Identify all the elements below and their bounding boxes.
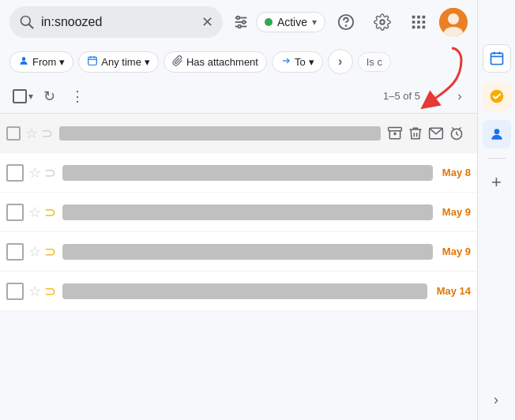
help-button[interactable]: [330, 6, 362, 38]
sidebar-tasks-icon[interactable]: [483, 82, 511, 111]
to-chip-label: To: [295, 56, 306, 68]
filter-to[interactable]: To ▾: [272, 51, 323, 73]
svg-rect-22: [412, 26, 415, 29]
row-checkbox[interactable]: [6, 204, 24, 221]
row-content: [62, 165, 433, 181]
email-row[interactable]: ☆ ⊃ May 8: [0, 153, 477, 193]
status-label: Active: [277, 16, 307, 28]
row-content: [62, 244, 433, 260]
row-snooze[interactable]: ⊃: [44, 164, 56, 182]
email-row[interactable]: ☆ ⊃: [0, 114, 477, 153]
search-bar: in:snoozed ✕: [9, 6, 223, 38]
sidebar-divider: [487, 158, 506, 159]
svg-line-38: [459, 127, 461, 129]
svg-rect-20: [417, 21, 420, 24]
svg-rect-19: [412, 21, 415, 24]
svg-point-5: [494, 129, 499, 134]
attachment-chip-icon: [172, 55, 183, 69]
filter-attachment[interactable]: Has attachment: [164, 51, 267, 73]
sidebar-expand-button[interactable]: ›: [477, 385, 515, 414]
grid-button[interactable]: [403, 6, 434, 38]
header: in:snoozed ✕ Active ▾: [0, 0, 477, 44]
filter-isc[interactable]: Is c: [358, 52, 391, 72]
from-chip-label: From: [32, 56, 56, 68]
to-chip-icon: [280, 55, 291, 69]
filter-more-button[interactable]: ›: [328, 49, 353, 74]
anytime-chip-label: Any time: [101, 56, 141, 68]
svg-rect-29: [88, 57, 97, 65]
row-snooze[interactable]: ⊃: [44, 204, 56, 221]
toolbar: ▾ ↻ ⋮ 1–5 of 5 ‹ ›: [0, 79, 477, 114]
row-snooze[interactable]: ⊃: [41, 125, 53, 142]
avatar[interactable]: [439, 8, 468, 36]
header-right: Active ▾: [256, 6, 468, 38]
row-date: May 9: [442, 206, 471, 218]
email-list: ☆ ⊃: [0, 114, 477, 311]
row-star[interactable]: ☆: [28, 243, 41, 261]
row-date: May 8: [442, 167, 471, 178]
from-chip-chevron: ▾: [59, 56, 65, 68]
svg-rect-18: [423, 16, 426, 19]
prev-page-button[interactable]: ‹: [423, 85, 445, 107]
anytime-chip-icon: [87, 55, 98, 69]
isc-label: Is c: [367, 56, 382, 68]
search-tune-button[interactable]: [232, 13, 250, 31]
to-chip-chevron: ▾: [309, 56, 314, 68]
search-icon: [19, 14, 35, 30]
checkbox-icon: [13, 89, 27, 103]
email-row[interactable]: ☆ ⊃ May 9: [0, 232, 477, 272]
svg-line-7: [29, 24, 33, 28]
row-actions: [387, 126, 464, 141]
svg-point-11: [236, 17, 239, 20]
archive-action[interactable]: [387, 126, 403, 141]
sidebar-contacts-icon[interactable]: [483, 120, 511, 148]
search-close-button[interactable]: ✕: [201, 13, 213, 31]
anytime-chip-chevron: ▾: [145, 56, 150, 68]
row-star[interactable]: ☆: [25, 125, 38, 142]
row-snooze[interactable]: ⊃: [44, 283, 56, 300]
svg-line-37: [452, 127, 454, 129]
row-star[interactable]: ☆: [28, 164, 41, 182]
filter-from[interactable]: From ▾: [9, 51, 73, 73]
filter-anytime[interactable]: Any time ▾: [78, 51, 159, 73]
row-content: [62, 204, 433, 220]
svg-rect-21: [423, 21, 426, 24]
toolbar-left: ▾ ↻ ⋮: [13, 84, 383, 109]
email-row[interactable]: ☆ ⊃ May 9: [0, 193, 477, 232]
svg-rect-33: [389, 127, 402, 130]
search-input[interactable]: in:snoozed: [41, 15, 195, 29]
unread-action[interactable]: [428, 126, 444, 141]
row-content: [62, 283, 427, 299]
row-checkbox[interactable]: [6, 283, 24, 300]
row-checkbox[interactable]: [6, 164, 24, 182]
row-content: [59, 126, 381, 141]
row-snooze[interactable]: ⊃: [44, 243, 56, 261]
status-chevron: ▾: [312, 17, 317, 28]
status-pill[interactable]: Active ▾: [256, 12, 325, 32]
delete-action[interactable]: [408, 126, 423, 141]
svg-rect-0: [491, 53, 502, 64]
sidebar-calendar-icon[interactable]: [483, 44, 511, 73]
svg-rect-17: [417, 16, 420, 19]
more-options-button[interactable]: ⋮: [65, 84, 90, 109]
select-all-checkbox[interactable]: ▾: [13, 89, 33, 103]
toolbar-right: 1–5 of 5 ‹ ›: [383, 85, 471, 107]
settings-button[interactable]: [367, 6, 398, 38]
refresh-button[interactable]: ↻: [36, 84, 62, 109]
svg-point-26: [448, 13, 459, 24]
row-date: May 14: [437, 285, 471, 297]
row-checkbox[interactable]: [6, 126, 21, 141]
filter-bar: From ▾ Any time ▾ Has attachment: [0, 44, 477, 79]
from-chip-icon: [18, 55, 29, 69]
svg-point-12: [242, 21, 246, 24]
row-star[interactable]: ☆: [28, 204, 41, 221]
select-chevron[interactable]: ▾: [28, 91, 33, 102]
row-date: May 9: [442, 246, 471, 257]
next-page-button[interactable]: ›: [449, 85, 471, 107]
sidebar-add-button[interactable]: +: [483, 168, 511, 197]
row-star[interactable]: ☆: [28, 283, 41, 300]
row-checkbox[interactable]: [6, 243, 24, 261]
snooze-action[interactable]: [449, 126, 464, 141]
right-sidebar: + ›: [477, 0, 515, 420]
email-row[interactable]: ☆ ⊃ May 14: [0, 272, 477, 311]
